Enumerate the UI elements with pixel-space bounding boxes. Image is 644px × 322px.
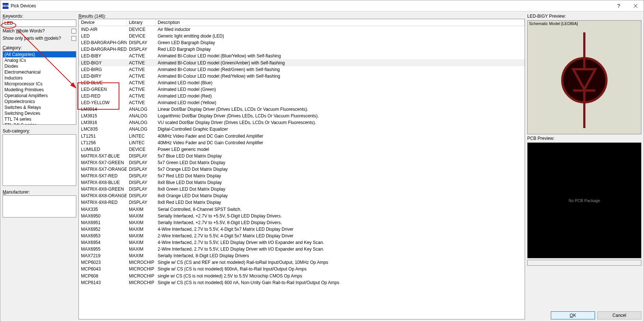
table-row[interactable]: LM3915ANALOGLogarithmic Dot/Bar Display … [79,113,525,119]
table-row[interactable]: MCP6023MICROCHIPSingle w/ CS (CS and REF… [79,259,525,266]
category-item[interactable]: Switching Devices [3,110,76,116]
table-row[interactable]: LED-BLUEACTIVEAnimated LED model (Blue) [79,79,525,86]
table-row[interactable]: LED-YELLOWACTIVEAnimated LED model (Yell… [79,99,525,106]
results-table[interactable]: Device Library Description IND-AIRDEVICE… [79,19,525,319]
category-listbox[interactable]: (All Categories)Analog ICsDiodesElectrom… [3,51,76,125]
table-row[interactable]: LEDDEVICEGeneric light emitting diode (L… [79,33,525,39]
cell-description: 4-Wire Interfaced, 2.7V to 5.5V, LED Dis… [155,240,525,245]
cell-device: LED-BIBY [79,53,127,59]
table-row[interactable]: LM3916ANALOGVU scaled Dot/Bar Display Dr… [79,119,525,126]
cell-device: LT1251 [79,134,127,139]
cell-description: Animated BI-Colour LED model (Red/Green)… [155,67,525,72]
cell-library: DISPLAY [127,187,155,192]
category-item[interactable]: Operational Amplifiers [3,93,76,99]
col-device[interactable]: Device [79,19,127,26]
cell-library: MAXIM [127,240,155,245]
category-item[interactable]: Electromechanical [3,69,76,75]
cell-library: MAXIM [127,233,155,238]
category-item[interactable]: TTL 74 series [3,116,76,122]
table-row[interactable]: MATRIX-8X8-REDDISPLAY8x8 Red LED Dot Mat… [79,199,525,206]
table-row[interactable]: LED-BIGYACTIVEAnimated BI-Colour LED mod… [79,59,525,66]
table-row[interactable]: LED-BIRYACTIVEAnimated BI-Colour LED mod… [79,73,525,79]
category-item[interactable]: Switches & Relays [3,105,76,110]
table-row[interactable]: MATRIX-5X7-REDDISPLAY5x7 Red LED Dot Mat… [79,173,525,179]
table-row[interactable]: MAX6954MAXIM4-Wire Interfaced, 2.7V to 5… [79,239,525,246]
cell-description: 40MHz Video Fader and DC Gain Controlled… [155,140,525,145]
category-item[interactable]: Optoelectronics [3,99,76,105]
results-header: Device Library Description [79,19,525,26]
table-row[interactable]: MATRIX-8X8-ORANGEDISPLAY8x8 Orange LED D… [79,192,525,199]
table-row[interactable]: MAX6953MAXIM2-Wire Interfaced, 2.7V to 5… [79,233,525,239]
table-row[interactable]: MAX335MAXIMSerial Controlled, 8-Channel … [79,206,525,213]
category-item[interactable]: Analog ICs [3,57,76,63]
table-row[interactable]: LM3914ANALOGLinear Dot/Bar Display Drive… [79,106,525,113]
table-row[interactable]: MATRIX-5X7-BLUEDISPLAY5x7 Blue LED Dot M… [79,153,525,159]
subcategory-listbox[interactable] [3,134,76,186]
table-row[interactable]: MCP6143MICROCHIPSingle w/ CS (CS is not … [79,279,525,286]
cell-description: Air filled inductor [155,27,525,32]
table-row[interactable]: MAX7219MAXIMSerially Interfaced, 8-Digit… [79,252,525,259]
cell-device: LMC835 [79,127,127,132]
ok-button[interactable]: OK [551,311,595,319]
results-panel: Results (146): Device Library Descriptio… [78,14,525,319]
category-item[interactable]: TTL 74LS series [3,122,76,125]
table-row[interactable]: LED-GREENACTIVEAnimated LED model (Green… [79,86,525,93]
cell-description: 8x8 Red LED Dot Matrix Display [155,200,525,205]
table-row[interactable]: LED-BIBYACTIVEAnimated BI-Colour LED mod… [79,53,525,59]
table-row[interactable]: MAX6950MAXIMSerially Interfaced, +2.7V t… [79,213,525,219]
table-row[interactable]: LT1251LINTEC40MHz Video Fader and DC Gai… [79,133,525,139]
match-whole-checkbox[interactable] [71,29,76,33]
cell-library: MAXIM [127,207,155,212]
show-models-checkbox[interactable] [71,36,76,41]
cell-description: 5x7 Red LED Dot Matrix Display [155,173,525,178]
table-row[interactable]: MCP608MICROCHIPsingle w/ CS (CS is not m… [79,272,525,279]
category-item[interactable]: (All Categories) [3,52,76,57]
category-item[interactable]: Modelling Primitives [3,87,76,93]
cell-description: Digital-Controlled Graphic Equalizer [155,127,525,132]
table-row[interactable]: LT1256LINTEC40MHz Video Fader and DC Gai… [79,139,525,146]
col-description[interactable]: Description [155,19,525,26]
cell-device: LED [79,33,127,39]
led-schematic-icon [555,32,614,128]
help-button[interactable]: ? [610,1,627,11]
table-row[interactable]: MAX6955MAXIM2-Wire Interfaced, 2.7V to 5… [79,246,525,252]
cell-description: 2-Wire Interfaced, 2.7V to 5.5V, LED Dis… [155,247,525,252]
table-row[interactable]: LED-BARGRAPH-GRNDISPLAYGreen LED Bargrap… [79,39,525,46]
cell-description: 8x8 Orange LED Dot Matrix Display [155,193,525,198]
table-row[interactable]: LED-BARGRAPH-REDDISPLAYRed LED Bargraph … [79,46,525,53]
table-row[interactable]: MATRIX-5X7-ORANGEDISPLAY5x7 Orange LED D… [79,166,525,173]
table-row[interactable]: MATRIX-8X8-GREENDISPLAY8x8 Green LED Dot… [79,186,525,192]
table-row[interactable]: LMC835ANALOGDigital-Controlled Graphic E… [79,126,525,132]
cell-device: MATRIX-5X7-BLUE [79,153,127,159]
close-icon [633,4,638,8]
cell-library: MAXIM [127,253,155,258]
category-item[interactable]: Microprocessor ICs [3,81,76,87]
table-row[interactable]: MAX6952MAXIM4-Wire Interfaced, 2.7V to 5… [79,226,525,233]
cell-description: Serial Controlled, 8-Channel SPST Switch… [155,207,525,212]
cell-description: 5x7 Green LED Dot Matrix Display [155,160,525,165]
category-item[interactable]: Diodes [3,63,76,69]
close-button[interactable] [627,1,644,11]
table-row[interactable]: IND-AIRDEVICEAir filled inductor [79,26,525,33]
table-row[interactable]: LED-REDACTIVEAnimated LED model (Red) [79,93,525,99]
cell-device: LED-BIRY [79,74,127,79]
table-row[interactable]: MAX6951MAXIMSerially Interfaced, +2.7V t… [79,219,525,226]
table-row[interactable]: MATRIX-8X8-BLUEDISPLAY8x8 Blue LED Dot M… [79,179,525,186]
cell-device: MATRIX-8X8-RED [79,200,127,205]
table-row[interactable]: MATRIX-5X7-GREENDISPLAY5x7 Green LED Dot… [79,159,525,166]
cell-device: LED-BIRG [79,67,127,72]
table-row[interactable]: LED-BIRGACTIVEAnimated BI-Colour LED mod… [79,66,525,73]
cancel-button[interactable]: Cancel [597,311,641,319]
keywords-input[interactable] [3,20,76,27]
cell-library: ACTIVE [127,74,155,79]
category-item[interactable]: Inductors [3,75,76,81]
cell-device: LT1256 [79,140,127,145]
cell-library: DISPLAY [127,200,155,205]
table-row[interactable]: MCP6043MICROCHIPSingle w/ CS (CS is not … [79,266,525,272]
manufacturer-listbox[interactable] [3,195,76,217]
table-row[interactable]: LUMILEDDEVICEPower LED generic model [79,146,525,153]
show-models-label: Show only parts with models? [3,36,61,41]
package-dropdown[interactable] [527,260,641,266]
col-library[interactable]: Library [127,19,155,26]
cell-library: DISPLAY [127,153,155,159]
